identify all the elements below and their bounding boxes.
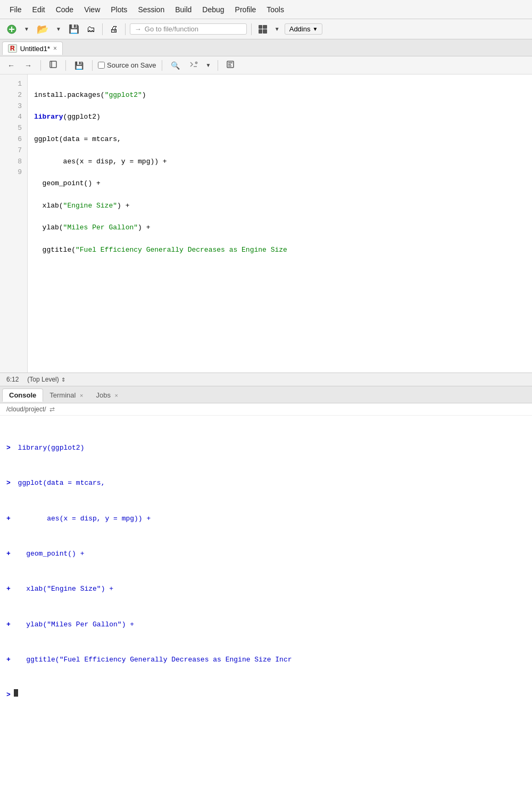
console-prompt-2: >: [6, 477, 11, 489]
line-num-7: 7: [0, 145, 27, 156]
jobs-tab-close[interactable]: ×: [115, 392, 118, 399]
empty-bottom: [0, 727, 532, 794]
layout-dropdown[interactable]: ▼: [272, 24, 282, 34]
addins-button[interactable]: Addins ▼: [285, 23, 323, 35]
scope-chevron-icon: ⇕: [61, 377, 65, 383]
menu-bar: File Edit Code View Plots Session Build …: [0, 0, 532, 19]
console-tab-console[interactable]: Console: [2, 388, 43, 402]
cursor-position: 6:12: [6, 376, 19, 383]
compile-button[interactable]: [223, 59, 237, 71]
code-line-8: ggtitle("Fuel Efficiency Generally Decre…: [34, 245, 526, 256]
source-on-save-checkbox[interactable]: [98, 62, 105, 69]
editor-sep-2: [65, 60, 66, 71]
editor-area: 1 2 3 4 5 6 7 8 9 install.packages("ggpl…: [0, 75, 532, 373]
save-all-button[interactable]: 🗂: [84, 23, 98, 36]
console-line-1: > library(ggplot2): [6, 442, 526, 454]
console-plus-4: +: [6, 548, 11, 560]
console-code-2: ggplot(data = mtcars,: [14, 477, 105, 489]
console-line-7: + ggtitle("Fuel Efficiency Generally Dec…: [6, 654, 526, 666]
menu-build[interactable]: Build: [170, 3, 197, 16]
jobs-tab-label: Jobs: [96, 391, 110, 399]
open-file-dropdown[interactable]: ▼: [53, 24, 64, 34]
line-num-8: 8: [0, 156, 27, 168]
goto-input[interactable]: → Go to file/function: [130, 23, 247, 35]
console-tab-jobs[interactable]: Jobs ×: [89, 389, 124, 401]
line-num-2: 2: [0, 90, 27, 101]
editor-sep-5: [218, 60, 218, 71]
grid-icon: [259, 25, 267, 34]
find-button[interactable]: 🔍: [168, 60, 183, 71]
line-num-1: 1: [0, 79, 27, 90]
editor-sep-3: [92, 60, 93, 71]
save-editor-button[interactable]: 💾: [71, 60, 87, 71]
source-on-save-label[interactable]: Source on Save: [98, 61, 156, 69]
console-code-5: xlab("Engine Size") +: [14, 583, 113, 595]
code-tools-button[interactable]: [186, 59, 201, 72]
console-line-6: + ylab("Miles Per Gallon") +: [6, 619, 526, 631]
menu-profile[interactable]: Profile: [230, 3, 262, 16]
toolbar-sep-2: [125, 23, 126, 35]
svg-rect-3: [50, 61, 56, 68]
back-button[interactable]: ←: [4, 60, 18, 71]
tab-title: Untitled1*: [20, 45, 50, 53]
terminal-tab-close[interactable]: ×: [80, 392, 83, 399]
menu-plots[interactable]: Plots: [105, 3, 132, 16]
code-tools-dropdown[interactable]: ▼: [204, 62, 213, 69]
code-editor[interactable]: install.packages("ggplot2") library(ggpl…: [28, 75, 532, 373]
console-path: /cloud/project/ ⇄: [0, 403, 532, 416]
console-plus-7: +: [6, 654, 11, 666]
console-line-5: + xlab("Engine Size") +: [6, 583, 526, 595]
console-output: > library(ggplot2) > ggplot(data = mtcar…: [0, 416, 532, 727]
editor-toolbar: ← → 💾 Source on Save 🔍 ▼: [0, 56, 532, 75]
console-plus-3: +: [6, 513, 11, 525]
line-num-5: 5: [0, 123, 27, 134]
code-line-1: install.packages("ggplot2"): [34, 90, 526, 101]
scope-indicator[interactable]: (Top Level) ⇕: [27, 376, 65, 383]
console-prompt-1: >: [6, 442, 11, 454]
code-line-4: aes(x = disp, y = mpg)) +: [34, 156, 526, 168]
code-content: 1 2 3 4 5 6 7 8 9 install.packages("ggpl…: [0, 75, 532, 373]
menu-view[interactable]: View: [79, 3, 105, 16]
console-active-prompt: >: [6, 689, 11, 701]
new-file-dropdown[interactable]: ▼: [21, 24, 32, 34]
scope-text: (Top Level): [27, 376, 59, 383]
console-code-3: aes(x = disp, y = mpg)) +: [14, 513, 151, 525]
menu-code[interactable]: Code: [51, 3, 79, 16]
status-bar: 6:12 (Top Level) ⇕: [0, 373, 532, 386]
editor-sep-4: [162, 60, 162, 71]
forward-button[interactable]: →: [21, 60, 35, 71]
code-line-7: ylab("Miles Per Gallon") +: [34, 222, 526, 234]
print-button[interactable]: 🖨: [107, 23, 121, 36]
new-file-button[interactable]: [4, 23, 19, 36]
save-button[interactable]: 💾: [66, 22, 82, 36]
console-tab-terminal[interactable]: Terminal ×: [43, 389, 89, 401]
menu-tools[interactable]: Tools: [261, 3, 289, 16]
console-cursor: [14, 689, 18, 697]
path-icon: ⇄: [49, 406, 55, 413]
menu-edit[interactable]: Edit: [27, 3, 51, 16]
menu-file[interactable]: File: [4, 3, 27, 16]
editor-tab-bar: R Untitled1* ×: [0, 39, 532, 56]
addins-chevron-icon: ▼: [312, 26, 318, 32]
menu-debug[interactable]: Debug: [197, 3, 229, 16]
code-line-3: ggplot(data = mtcars,: [34, 134, 526, 145]
console-code-4: geom_point() +: [14, 548, 85, 560]
editor-sep-1: [40, 60, 41, 71]
code-line-5: geom_point() +: [34, 178, 526, 189]
line-num-3: 3: [0, 101, 27, 112]
console-code-7: ggtitle("Fuel Efficiency Generally Decre…: [14, 654, 292, 666]
console-prompt-line[interactable]: >: [6, 689, 526, 701]
show-in-window-button[interactable]: [46, 59, 60, 71]
menu-session[interactable]: Session: [132, 3, 170, 16]
console-tab-bar: Console Terminal × Jobs ×: [0, 386, 532, 403]
addins-label: Addins: [289, 25, 311, 33]
console-tab-label: Console: [9, 391, 36, 399]
path-text: /cloud/project/: [6, 406, 46, 413]
code-line-6: xlab("Engine Size") +: [34, 201, 526, 212]
layout-button[interactable]: [256, 23, 270, 35]
open-file-button[interactable]: 📂: [34, 22, 51, 37]
editor-tab-untitled1[interactable]: R Untitled1* ×: [2, 42, 63, 55]
tab-close-button[interactable]: ×: [53, 45, 57, 52]
console-line-4: + geom_point() +: [6, 548, 526, 560]
console-section: Console Terminal × Jobs × /cloud/project…: [0, 386, 532, 727]
